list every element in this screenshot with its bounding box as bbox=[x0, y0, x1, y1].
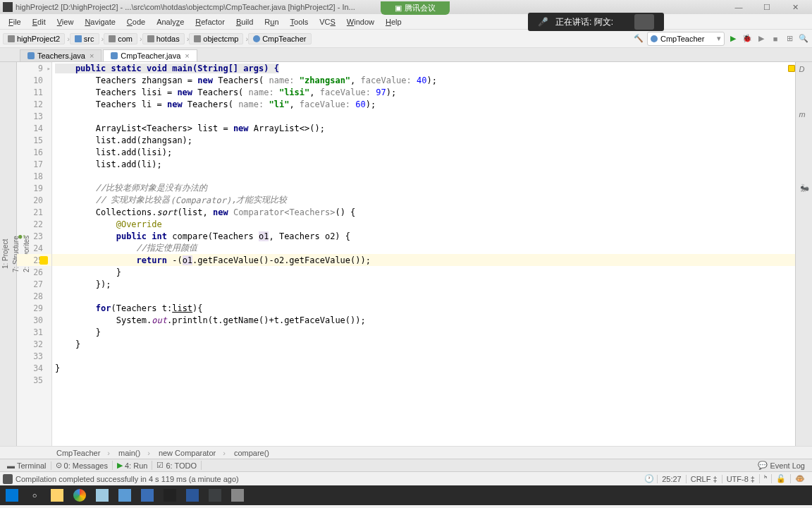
code-editor[interactable]: public static void main(String[] args) {… bbox=[52, 62, 795, 446]
status-bar: Compilation completed successfully in 4 … bbox=[0, 471, 812, 485]
menu-analyze[interactable]: Analyze bbox=[151, 16, 190, 28]
chrome-icon[interactable] bbox=[69, 487, 90, 504]
search-icon[interactable]: 🔍 bbox=[798, 33, 809, 44]
menu-run[interactable]: Run bbox=[259, 16, 284, 28]
run-config-dropdown[interactable]: CmpTeacher ▾ bbox=[647, 32, 725, 46]
panel-todo[interactable]: ☑6: TODO bbox=[152, 461, 202, 470]
crumb-project[interactable]: highProject2 bbox=[3, 33, 65, 44]
menu-refactor[interactable]: Refactor bbox=[190, 16, 230, 28]
menu-view[interactable]: View bbox=[51, 16, 80, 28]
panel-run[interactable]: ▶4: Run bbox=[113, 461, 152, 470]
crumb-class[interactable]: CmpTeacher bbox=[248, 33, 311, 44]
minimize-button[interactable]: — bbox=[725, 1, 753, 13]
nb-class[interactable]: CmpTeacher bbox=[56, 449, 110, 457]
crumb-com[interactable]: com bbox=[104, 33, 137, 44]
status-encoding[interactable]: UTF-8 ‡ bbox=[722, 475, 759, 483]
menu-help[interactable]: Help bbox=[380, 16, 407, 28]
menu-edit[interactable]: Edit bbox=[27, 16, 51, 28]
panel-terminal[interactable]: ▬Terminal bbox=[3, 461, 51, 470]
speaker-avatar bbox=[634, 14, 654, 30]
tab-teachers[interactable]: Teachers.java× bbox=[20, 49, 102, 61]
meeting-tab[interactable]: ▣腾讯会议 bbox=[381, 1, 450, 15]
speaking-banner: 🎤 正在讲话: 阿文: bbox=[528, 13, 664, 31]
status-icon[interactable] bbox=[3, 474, 13, 484]
lightbulb-icon[interactable] bbox=[39, 256, 48, 265]
crumb-objectcmp[interactable]: objectcmp bbox=[189, 33, 243, 44]
mic-icon: 🎤 bbox=[538, 17, 548, 27]
status-message: Compilation completed successfully in 4 … bbox=[16, 475, 641, 483]
maximize-button[interactable]: ☐ bbox=[753, 1, 781, 13]
status-lock-icon[interactable]: 🔓 bbox=[771, 474, 790, 483]
menu-navigate[interactable]: Navigate bbox=[79, 16, 121, 28]
app-icon[interactable] bbox=[137, 487, 158, 504]
tab-cmpteacher[interactable]: CmpTeacher.java× bbox=[103, 49, 197, 61]
tool-project[interactable]: 1: Project bbox=[0, 65, 11, 443]
tool-database[interactable]: D bbox=[799, 65, 809, 75]
terminal-icon[interactable] bbox=[159, 487, 180, 504]
build-icon[interactable]: 🔨 bbox=[633, 33, 644, 44]
run-icon[interactable]: ▶ bbox=[727, 33, 739, 44]
panel-messages[interactable]: ⊙0: Messages bbox=[51, 461, 113, 470]
nb-main[interactable]: main() bbox=[118, 449, 150, 457]
right-tool-stripe: D m 🐜 bbox=[795, 62, 812, 446]
nb-comparator[interactable]: new Comparator bbox=[159, 449, 226, 457]
taskbar: ○ bbox=[0, 485, 812, 505]
menu-file[interactable]: FFileile bbox=[3, 16, 27, 28]
menu-vcs[interactable]: VCS bbox=[314, 16, 341, 28]
close-icon[interactable]: × bbox=[90, 52, 94, 60]
status-context[interactable]: ʰ bbox=[759, 474, 771, 483]
nb-compare[interactable]: compare() bbox=[234, 449, 276, 457]
breadcrumb: highProject2 › src › com › hotdas › obje… bbox=[3, 33, 630, 44]
menu-build[interactable]: Build bbox=[230, 16, 259, 28]
status-notify-icon[interactable]: 🐵 bbox=[790, 474, 809, 483]
crumb-src[interactable]: src bbox=[70, 33, 99, 44]
start-button[interactable] bbox=[1, 487, 23, 504]
status-clock-icon[interactable]: 🕐 bbox=[641, 474, 657, 483]
nav-breadcrumb: CmpTeacher main() new Comparator compare… bbox=[0, 446, 812, 459]
menu-bar: FFileile Edit View Navigate Code Analyze… bbox=[0, 14, 812, 30]
tool-ant[interactable]: 🐜 bbox=[799, 183, 809, 193]
app-icon bbox=[3, 2, 13, 12]
intellij-icon[interactable] bbox=[204, 487, 226, 504]
coverage-icon[interactable]: ▶ bbox=[756, 33, 767, 44]
app-icon[interactable] bbox=[114, 487, 135, 504]
left-tool-stripe: 1: Project 7: Structure 2: Favorites bbox=[0, 62, 17, 446]
tool-maven[interactable]: m bbox=[799, 110, 809, 120]
crumb-hotdas[interactable]: hotdas bbox=[142, 33, 185, 44]
menu-code[interactable]: Code bbox=[121, 16, 151, 28]
close-icon[interactable]: × bbox=[185, 52, 189, 60]
stop-icon[interactable]: ■ bbox=[770, 33, 781, 44]
menu-tools[interactable]: Tools bbox=[285, 16, 314, 28]
debug-icon[interactable]: 🐞 bbox=[742, 33, 753, 44]
panel-eventlog[interactable]: 💬Event Log bbox=[753, 461, 809, 470]
structure-icon[interactable]: ⊞ bbox=[784, 33, 795, 44]
menu-window[interactable]: Window bbox=[341, 16, 380, 28]
notepad-icon[interactable] bbox=[92, 487, 113, 504]
status-crlf[interactable]: CRLF ‡ bbox=[686, 475, 722, 483]
gear-icon[interactable] bbox=[227, 487, 248, 504]
toolbar: highProject2 › src › com › hotdas › obje… bbox=[0, 30, 812, 48]
editor-tabs: Teachers.java× CmpTeacher.java× bbox=[0, 48, 812, 62]
status-cursor[interactable]: 25:27 bbox=[657, 475, 686, 483]
bottom-tool-panel: ▬Terminal ⊙0: Messages ▶4: Run ☑6: TODO … bbox=[0, 459, 812, 471]
search-button[interactable]: ○ bbox=[24, 487, 45, 504]
window-title: highProject2 [D:\highProject2] - ...\src… bbox=[16, 3, 725, 11]
word-icon[interactable] bbox=[182, 487, 203, 504]
close-button[interactable]: ✕ bbox=[781, 1, 809, 13]
explorer-icon[interactable] bbox=[47, 487, 68, 504]
warning-stripe[interactable] bbox=[788, 65, 795, 72]
